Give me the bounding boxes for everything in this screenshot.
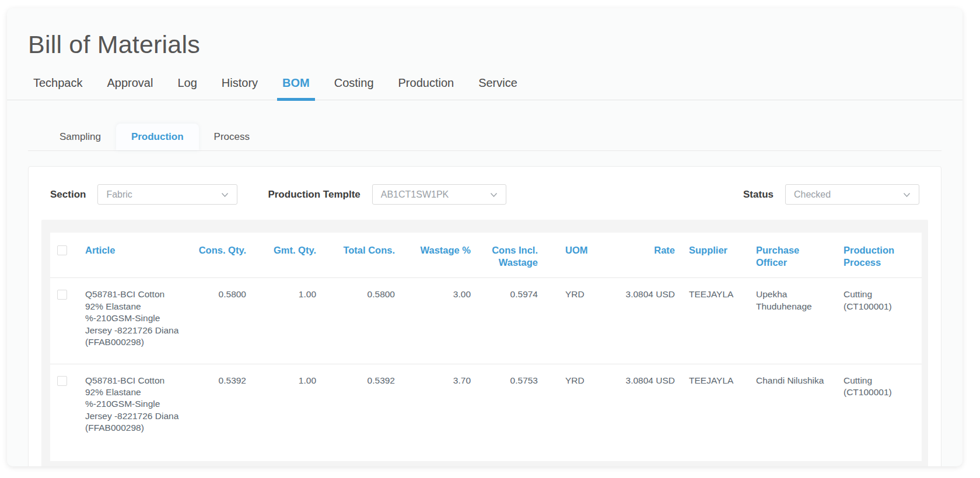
table-header-row: Article Cons. Qty. Gmt. Qty. Total Cons.…	[50, 233, 922, 278]
tab-production[interactable]: Production	[398, 76, 454, 100]
col-rate[interactable]: Rate	[600, 233, 682, 278]
bill-of-materials-card: Bill of Materials Techpack Approval Log …	[7, 8, 963, 466]
tab-costing[interactable]: Costing	[334, 76, 374, 100]
total-cons-cell: 0.5800	[323, 278, 402, 364]
rate-cell: 3.0804 USD	[600, 364, 682, 461]
gmt-qty-cell: 1.00	[253, 278, 323, 364]
col-gmt-qty[interactable]: Gmt. Qty.	[253, 233, 323, 278]
production-template-select-value: AB1CT1SW1PK	[381, 189, 449, 200]
production-process-cell: Cutting (CT100001)	[836, 364, 922, 461]
tab-bom[interactable]: BOM	[282, 76, 310, 100]
section-select-value: Fabric	[106, 189, 132, 200]
article-cell: Q58781-BCI Cotton 92% Elastane %-210GSM-…	[78, 278, 189, 364]
subtab-sampling[interactable]: Sampling	[44, 124, 116, 150]
purchase-officer-cell: Chandi Nilushika	[749, 364, 836, 461]
row-checkbox-cell	[50, 278, 78, 364]
wastage-pct-cell: 3.70	[402, 364, 478, 461]
rate-cell: 3.0804 USD	[600, 278, 682, 364]
chevron-down-icon	[221, 189, 229, 200]
status-select[interactable]: Checked	[785, 184, 919, 205]
col-purchase-officer[interactable]: Purchase Officer	[749, 233, 836, 278]
chevron-down-icon	[490, 189, 498, 200]
status-filter: Status Checked	[743, 184, 919, 205]
uom-cell: YRD	[545, 364, 600, 461]
row-checkbox-cell	[50, 364, 78, 461]
production-template-label: Production Templte	[268, 189, 360, 201]
gmt-qty-cell: 1.00	[253, 364, 323, 461]
status-label: Status	[743, 189, 774, 201]
col-production-process[interactable]: Production Process	[836, 233, 922, 278]
col-supplier[interactable]: Supplier	[682, 233, 749, 278]
cons-qty-cell: 0.5392	[189, 364, 253, 461]
col-total-cons[interactable]: Total Cons.	[323, 233, 402, 278]
status-select-value: Checked	[794, 189, 831, 200]
supplier-cell: TEEJAYLA	[682, 278, 749, 364]
production-template-filter: Production Templte AB1CT1SW1PK	[268, 184, 506, 205]
col-cons-qty[interactable]: Cons. Qty.	[189, 233, 253, 278]
cons-qty-cell: 0.5800	[189, 278, 253, 364]
cons-incl-wastage-cell: 0.5753	[478, 364, 545, 461]
select-all-checkbox[interactable]	[57, 245, 67, 255]
tab-approval[interactable]: Approval	[107, 76, 153, 100]
tab-bar-divider	[7, 100, 963, 100]
supplier-cell: TEEJAYLA	[682, 364, 749, 461]
article-cell: Q58781-BCI Cotton 92% Elastane %-210GSM-…	[78, 364, 189, 461]
select-all-header-cell	[50, 233, 78, 278]
bom-table: Article Cons. Qty. Gmt. Qty. Total Cons.…	[50, 233, 922, 461]
subtab-production[interactable]: Production	[116, 124, 199, 150]
chevron-down-icon	[903, 189, 911, 200]
col-wastage-pct[interactable]: Wastage %	[402, 233, 478, 278]
page-title: Bill of Materials	[28, 30, 942, 59]
uom-cell: YRD	[545, 278, 600, 364]
purchase-officer-cell: Upekha Thuduhenage	[749, 278, 836, 364]
cons-incl-wastage-cell: 0.5974	[478, 278, 545, 364]
tab-service[interactable]: Service	[478, 76, 517, 100]
production-template-select[interactable]: AB1CT1SW1PK	[372, 184, 506, 205]
table-row: Q58781-BCI Cotton 92% Elastane %-210GSM-…	[50, 364, 922, 461]
table-row: Q58781-BCI Cotton 92% Elastane %-210GSM-…	[50, 278, 922, 364]
col-article[interactable]: Article	[78, 233, 189, 278]
tab-history[interactable]: History	[222, 76, 258, 100]
row-checkbox[interactable]	[57, 376, 67, 386]
section-select[interactable]: Fabric	[97, 184, 237, 205]
col-uom[interactable]: UOM	[545, 233, 600, 278]
bom-content-panel: Section Fabric Production Templte AB1CT1…	[28, 166, 942, 466]
row-checkbox[interactable]	[57, 290, 67, 300]
bom-subtab-bar: Sampling Production Process	[28, 124, 942, 151]
production-process-cell: Cutting (CT100001)	[836, 278, 922, 364]
tab-techpack[interactable]: Techpack	[33, 76, 83, 100]
main-tab-bar: Techpack Approval Log History BOM Costin…	[28, 76, 942, 100]
wastage-pct-cell: 3.00	[402, 278, 478, 364]
section-label: Section	[50, 189, 86, 201]
filter-row: Section Fabric Production Templte AB1CT1…	[41, 184, 928, 205]
subtab-process[interactable]: Process	[199, 124, 265, 150]
tab-log[interactable]: Log	[177, 76, 197, 100]
col-cons-incl-wastage[interactable]: Cons Incl. Wastage	[478, 233, 545, 278]
total-cons-cell: 0.5392	[323, 364, 402, 461]
bom-table-container: Article Cons. Qty. Gmt. Qty. Total Cons.…	[41, 220, 928, 466]
